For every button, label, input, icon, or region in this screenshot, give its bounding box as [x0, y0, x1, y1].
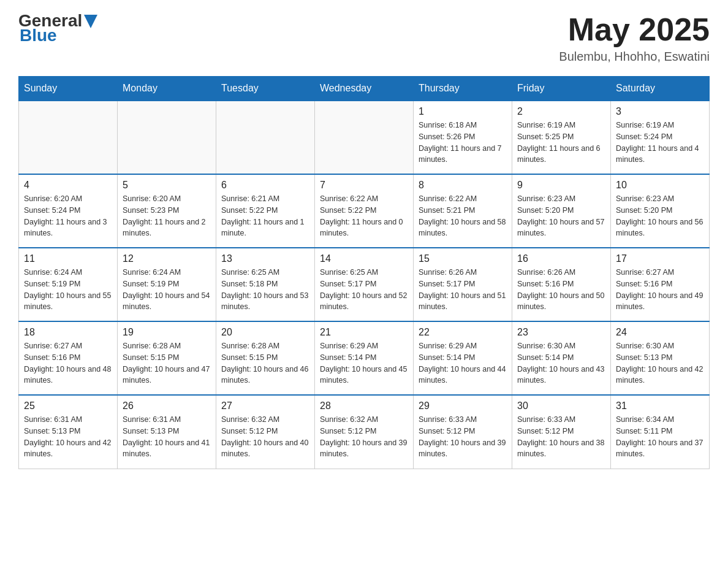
calendar-day-cell: 4Sunrise: 6:20 AMSunset: 5:24 PMDaylight… [19, 174, 118, 248]
day-of-week-header: Friday [512, 77, 611, 101]
day-number: 5 [123, 180, 211, 191]
sun-info: Sunrise: 6:23 AMSunset: 5:20 PMDaylight:… [517, 193, 605, 239]
sun-info: Sunrise: 6:28 AMSunset: 5:15 PMDaylight:… [221, 340, 309, 386]
day-number: 19 [123, 327, 211, 338]
calendar-day-cell: 28Sunrise: 6:32 AMSunset: 5:12 PMDayligh… [315, 395, 414, 469]
day-number: 12 [123, 253, 211, 264]
sun-info: Sunrise: 6:29 AMSunset: 5:14 PMDaylight:… [320, 340, 408, 386]
day-number: 31 [616, 400, 704, 412]
sun-info: Sunrise: 6:23 AMSunset: 5:20 PMDaylight:… [616, 193, 704, 239]
sun-info: Sunrise: 6:22 AMSunset: 5:22 PMDaylight:… [320, 193, 408, 239]
day-number: 2 [517, 106, 605, 117]
sun-info: Sunrise: 6:28 AMSunset: 5:15 PMDaylight:… [123, 340, 211, 386]
sun-info: Sunrise: 6:20 AMSunset: 5:24 PMDaylight:… [24, 193, 112, 239]
calendar-day-cell: 9Sunrise: 6:23 AMSunset: 5:20 PMDaylight… [512, 174, 611, 248]
day-number: 20 [221, 327, 309, 338]
sun-info: Sunrise: 6:32 AMSunset: 5:12 PMDaylight:… [320, 414, 408, 460]
sun-info: Sunrise: 6:27 AMSunset: 5:16 PMDaylight:… [616, 267, 704, 313]
sun-info: Sunrise: 6:20 AMSunset: 5:23 PMDaylight:… [123, 193, 211, 239]
day-number: 24 [616, 327, 704, 338]
day-number: 15 [419, 253, 507, 264]
calendar-day-cell: 24Sunrise: 6:30 AMSunset: 5:13 PMDayligh… [611, 321, 710, 395]
day-number: 21 [320, 327, 408, 338]
page-header: General Blue May 2025 Bulembu, Hhohho, E… [18, 12, 710, 64]
day-number: 8 [419, 180, 507, 191]
day-number: 26 [123, 400, 211, 412]
calendar-day-cell: 29Sunrise: 6:33 AMSunset: 5:12 PMDayligh… [414, 395, 512, 469]
calendar-day-cell: 21Sunrise: 6:29 AMSunset: 5:14 PMDayligh… [315, 321, 414, 395]
calendar-day-cell [118, 101, 216, 174]
sun-info: Sunrise: 6:33 AMSunset: 5:12 PMDaylight:… [517, 414, 605, 460]
sun-info: Sunrise: 6:29 AMSunset: 5:14 PMDaylight:… [419, 340, 507, 386]
day-of-week-header: Wednesday [315, 77, 414, 101]
sun-info: Sunrise: 6:27 AMSunset: 5:16 PMDaylight:… [24, 340, 112, 386]
calendar-day-cell: 10Sunrise: 6:23 AMSunset: 5:20 PMDayligh… [611, 174, 710, 248]
calendar-header-row: SundayMondayTuesdayWednesdayThursdayFrid… [19, 77, 710, 101]
day-of-week-header: Thursday [414, 77, 512, 101]
sun-info: Sunrise: 6:19 AMSunset: 5:25 PMDaylight:… [517, 120, 605, 166]
sun-info: Sunrise: 6:31 AMSunset: 5:13 PMDaylight:… [123, 414, 211, 460]
calendar-day-cell: 1Sunrise: 6:18 AMSunset: 5:26 PMDaylight… [414, 101, 512, 174]
calendar-week-row: 18Sunrise: 6:27 AMSunset: 5:16 PMDayligh… [19, 321, 710, 395]
calendar-day-cell: 5Sunrise: 6:20 AMSunset: 5:23 PMDaylight… [118, 174, 216, 248]
calendar-day-cell: 22Sunrise: 6:29 AMSunset: 5:14 PMDayligh… [414, 321, 512, 395]
sun-info: Sunrise: 6:32 AMSunset: 5:12 PMDaylight:… [221, 414, 309, 460]
sun-info: Sunrise: 6:22 AMSunset: 5:21 PMDaylight:… [419, 193, 507, 239]
day-number: 29 [419, 400, 507, 412]
day-number: 28 [320, 400, 408, 412]
calendar-day-cell: 3Sunrise: 6:19 AMSunset: 5:24 PMDaylight… [611, 101, 710, 174]
sun-info: Sunrise: 6:24 AMSunset: 5:19 PMDaylight:… [24, 267, 112, 313]
day-of-week-header: Tuesday [216, 77, 315, 101]
calendar-day-cell: 7Sunrise: 6:22 AMSunset: 5:22 PMDaylight… [315, 174, 414, 248]
calendar-day-cell: 15Sunrise: 6:26 AMSunset: 5:17 PMDayligh… [414, 248, 512, 321]
day-number: 18 [24, 327, 112, 338]
calendar-day-cell: 30Sunrise: 6:33 AMSunset: 5:12 PMDayligh… [512, 395, 611, 469]
sun-info: Sunrise: 6:25 AMSunset: 5:18 PMDaylight:… [221, 267, 309, 313]
day-of-week-header: Saturday [611, 77, 710, 101]
calendar-day-cell [216, 101, 315, 174]
calendar-week-row: 11Sunrise: 6:24 AMSunset: 5:19 PMDayligh… [19, 248, 710, 321]
day-number: 1 [419, 106, 507, 117]
day-number: 14 [320, 253, 408, 264]
calendar-day-cell: 2Sunrise: 6:19 AMSunset: 5:25 PMDaylight… [512, 101, 611, 174]
day-number: 25 [24, 400, 112, 412]
calendar-day-cell: 16Sunrise: 6:26 AMSunset: 5:16 PMDayligh… [512, 248, 611, 321]
calendar-day-cell: 14Sunrise: 6:25 AMSunset: 5:17 PMDayligh… [315, 248, 414, 321]
title-block: May 2025 Bulembu, Hhohho, Eswatini [559, 12, 710, 64]
calendar-day-cell: 8Sunrise: 6:22 AMSunset: 5:21 PMDaylight… [414, 174, 512, 248]
day-number: 13 [221, 253, 309, 264]
logo-blue: Blue [20, 27, 97, 44]
calendar-week-row: 4Sunrise: 6:20 AMSunset: 5:24 PMDaylight… [19, 174, 710, 248]
calendar-table: SundayMondayTuesdayWednesdayThursdayFrid… [18, 76, 710, 469]
day-of-week-header: Sunday [19, 77, 118, 101]
calendar-day-cell: 17Sunrise: 6:27 AMSunset: 5:16 PMDayligh… [611, 248, 710, 321]
calendar-day-cell [315, 101, 414, 174]
sun-info: Sunrise: 6:25 AMSunset: 5:17 PMDaylight:… [320, 267, 408, 313]
svg-marker-0 [84, 15, 97, 28]
location-subtitle: Bulembu, Hhohho, Eswatini [559, 50, 710, 64]
day-number: 16 [517, 253, 605, 264]
calendar-week-row: 1Sunrise: 6:18 AMSunset: 5:26 PMDaylight… [19, 101, 710, 174]
day-number: 4 [24, 180, 112, 191]
calendar-day-cell: 23Sunrise: 6:30 AMSunset: 5:14 PMDayligh… [512, 321, 611, 395]
sun-info: Sunrise: 6:30 AMSunset: 5:13 PMDaylight:… [616, 340, 704, 386]
day-number: 23 [517, 327, 605, 338]
calendar-day-cell: 25Sunrise: 6:31 AMSunset: 5:13 PMDayligh… [19, 395, 118, 469]
calendar-day-cell: 18Sunrise: 6:27 AMSunset: 5:16 PMDayligh… [19, 321, 118, 395]
day-number: 11 [24, 253, 112, 264]
day-number: 6 [221, 180, 309, 191]
sun-info: Sunrise: 6:24 AMSunset: 5:19 PMDaylight:… [123, 267, 211, 313]
sun-info: Sunrise: 6:30 AMSunset: 5:14 PMDaylight:… [517, 340, 605, 386]
day-number: 30 [517, 400, 605, 412]
day-number: 3 [616, 106, 704, 117]
sun-info: Sunrise: 6:26 AMSunset: 5:16 PMDaylight:… [517, 267, 605, 313]
calendar-day-cell: 19Sunrise: 6:28 AMSunset: 5:15 PMDayligh… [118, 321, 216, 395]
calendar-day-cell: 20Sunrise: 6:28 AMSunset: 5:15 PMDayligh… [216, 321, 315, 395]
calendar-day-cell: 6Sunrise: 6:21 AMSunset: 5:22 PMDaylight… [216, 174, 315, 248]
day-number: 22 [419, 327, 507, 338]
sun-info: Sunrise: 6:21 AMSunset: 5:22 PMDaylight:… [221, 193, 309, 239]
calendar-day-cell: 11Sunrise: 6:24 AMSunset: 5:19 PMDayligh… [19, 248, 118, 321]
day-number: 27 [221, 400, 309, 412]
sun-info: Sunrise: 6:19 AMSunset: 5:24 PMDaylight:… [616, 120, 704, 166]
calendar-day-cell: 12Sunrise: 6:24 AMSunset: 5:19 PMDayligh… [118, 248, 216, 321]
